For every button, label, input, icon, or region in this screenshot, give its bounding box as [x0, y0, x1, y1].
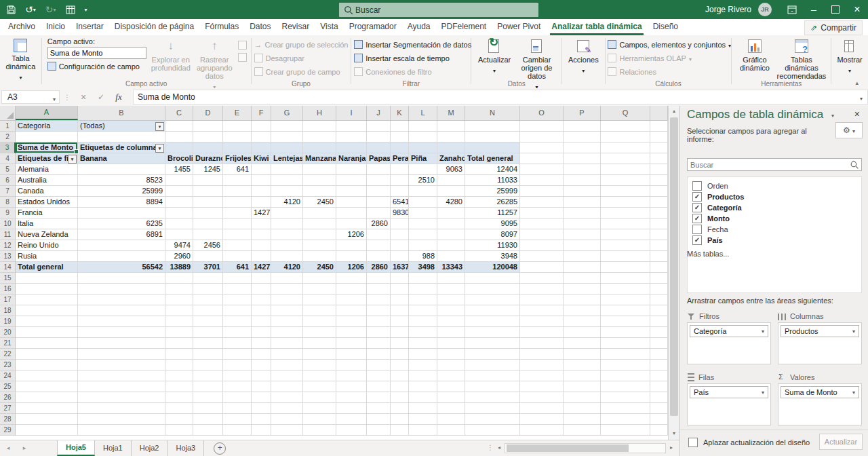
- row-header-15[interactable]: 15: [0, 273, 16, 284]
- cell-J12[interactable]: [367, 240, 391, 251]
- sheet-tab-hoja2[interactable]: Hoja2: [132, 440, 168, 456]
- cell-M24[interactable]: [437, 370, 465, 381]
- cell-I24[interactable]: [336, 370, 367, 381]
- cell-J19[interactable]: [367, 316, 391, 327]
- cell-A28[interactable]: [16, 414, 78, 425]
- cell-L24[interactable]: [409, 370, 437, 381]
- cell-H21[interactable]: [303, 338, 336, 349]
- cell-J11[interactable]: [367, 229, 391, 240]
- column-header-J[interactable]: J: [367, 106, 391, 120]
- cell-M9[interactable]: [437, 208, 465, 218]
- filter-dropdown-icon[interactable]: [68, 155, 77, 164]
- row-header-24[interactable]: 24: [0, 370, 16, 381]
- cell-G12[interactable]: [271, 240, 303, 251]
- cell-P23[interactable]: [564, 360, 601, 370]
- field-checkbox-productos[interactable]: [692, 192, 702, 202]
- cell-x14[interactable]: [650, 262, 668, 273]
- cell-P22[interactable]: [564, 349, 601, 360]
- cell-E11[interactable]: [223, 229, 252, 240]
- cell-Q13[interactable]: [601, 251, 650, 262]
- cell-E5[interactable]: 641: [223, 164, 252, 175]
- cell-E14[interactable]: 641: [223, 262, 252, 273]
- tools-button[interactable]: [835, 122, 863, 138]
- cell-M27[interactable]: [437, 403, 465, 414]
- cell-E4[interactable]: Frijoles: [223, 153, 252, 164]
- cell-H4[interactable]: Manzana: [303, 153, 336, 164]
- sheet-tab-hoja1[interactable]: Hoja1: [95, 440, 132, 456]
- cell-F8[interactable]: [252, 197, 271, 208]
- cell-x25[interactable]: [650, 381, 668, 392]
- cell-H27[interactable]: [303, 403, 336, 414]
- cell-C11[interactable]: [165, 229, 193, 240]
- cell-K7[interactable]: [391, 186, 409, 197]
- cell-x16[interactable]: [650, 284, 668, 294]
- cell-C19[interactable]: [165, 316, 193, 327]
- next-sheet-icon[interactable]: [16, 440, 33, 456]
- scroll-down-icon[interactable]: [669, 428, 679, 438]
- collapse-ribbon-icon[interactable]: [855, 79, 859, 86]
- cell-Q26[interactable]: [601, 392, 650, 403]
- cell-M11[interactable]: [437, 229, 465, 240]
- cell-x8[interactable]: [650, 197, 668, 208]
- cell-K28[interactable]: [391, 414, 409, 425]
- cell-L11[interactable]: [409, 229, 437, 240]
- cell-C29[interactable]: [165, 425, 193, 436]
- cell-O8[interactable]: [520, 197, 564, 208]
- cell-D14[interactable]: 3701: [193, 262, 223, 273]
- cell-A8[interactable]: Estados Unidos: [16, 197, 78, 208]
- tabla-dinamica-button[interactable]: Tabla dinámica: [3, 37, 39, 84]
- row-header-27[interactable]: 27: [0, 403, 16, 414]
- cell-G15[interactable]: [271, 273, 303, 284]
- row-header-21[interactable]: 21: [0, 338, 16, 349]
- cell-F7[interactable]: [252, 186, 271, 197]
- cell-L1[interactable]: [409, 121, 437, 132]
- cell-B21[interactable]: [78, 338, 165, 349]
- cell-H10[interactable]: [303, 218, 336, 229]
- column-header-K[interactable]: K: [391, 106, 409, 120]
- campos-elementos-y-conjuntos-button[interactable]: Campos, elementos y conjuntos: [608, 39, 731, 50]
- cell-L20[interactable]: [409, 327, 437, 338]
- prev-sheet-icon[interactable]: [0, 440, 16, 456]
- cell-J17[interactable]: [367, 294, 391, 305]
- cell-B11[interactable]: 6891: [78, 229, 165, 240]
- actions-button[interactable]: Acciones: [566, 37, 601, 77]
- cell-C15[interactable]: [165, 273, 193, 284]
- cell-J22[interactable]: [367, 349, 391, 360]
- cell-C13[interactable]: 2960: [165, 251, 193, 262]
- cell-J7[interactable]: [367, 186, 391, 197]
- cell-N10[interactable]: 9095: [465, 218, 520, 229]
- column-header-P[interactable]: P: [564, 106, 601, 120]
- column-header-A[interactable]: A: [16, 106, 78, 120]
- cell-C16[interactable]: [165, 284, 193, 294]
- cell-I28[interactable]: [336, 414, 367, 425]
- new-sheet-button[interactable]: [214, 442, 226, 455]
- minimize-button[interactable]: [803, 0, 825, 19]
- cell-C4[interactable]: Brocoli: [165, 153, 193, 164]
- cell-K6[interactable]: [391, 175, 409, 186]
- cell-O6[interactable]: [520, 175, 564, 186]
- insertar-segmentaci-n-de-datos-button[interactable]: Insertar Segmentación de datos: [354, 39, 471, 50]
- cell-E10[interactable]: [223, 218, 252, 229]
- name-box[interactable]: A3: [1, 90, 60, 104]
- cell-M19[interactable]: [437, 316, 465, 327]
- filter-dropdown-icon[interactable]: [155, 144, 164, 153]
- cell-K16[interactable]: [391, 284, 409, 294]
- cell-E7[interactable]: [223, 186, 252, 197]
- cell-I11[interactable]: 1206: [336, 229, 367, 240]
- cell-E29[interactable]: [223, 425, 252, 436]
- cell-E21[interactable]: [223, 338, 252, 349]
- column-header-C[interactable]: C: [165, 106, 193, 120]
- row-header-22[interactable]: 22: [0, 349, 16, 360]
- cell-A2[interactable]: [16, 132, 78, 142]
- cell-A6[interactable]: Australia: [16, 175, 78, 186]
- cell-B25[interactable]: [78, 381, 165, 392]
- cell-J20[interactable]: [367, 327, 391, 338]
- cell-H17[interactable]: [303, 294, 336, 305]
- cell-D1[interactable]: [193, 121, 223, 132]
- cell-C12[interactable]: 9474: [165, 240, 193, 251]
- cell-O22[interactable]: [520, 349, 564, 360]
- cell-A9[interactable]: Francia: [16, 208, 78, 218]
- cell-M25[interactable]: [437, 381, 465, 392]
- cell-L27[interactable]: [409, 403, 437, 414]
- cell-G16[interactable]: [271, 284, 303, 294]
